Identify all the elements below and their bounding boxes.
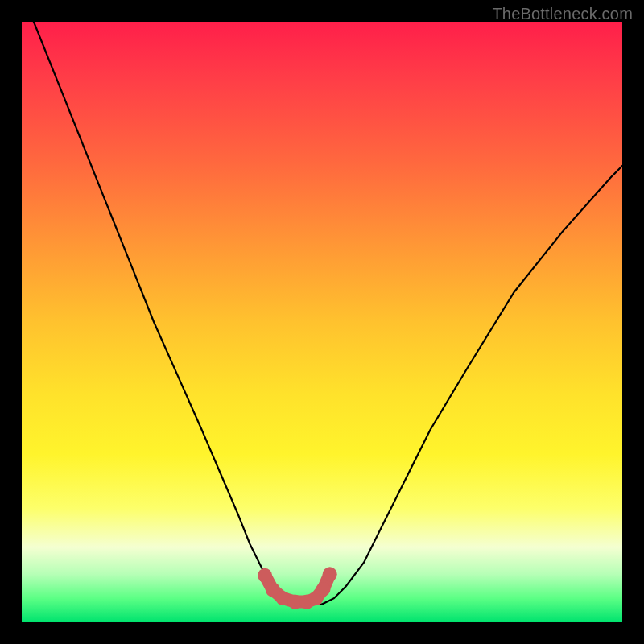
watermark-text: TheBottleneck.com — [492, 5, 633, 23]
plot-area — [22, 22, 622, 622]
chart-svg — [22, 22, 622, 622]
chart-frame: TheBottleneck.com — [0, 0, 644, 644]
optimum-point — [323, 567, 337, 581]
bottleneck-curve — [34, 22, 622, 605]
optimum-point — [258, 568, 272, 583]
optimum-point — [316, 582, 331, 597]
